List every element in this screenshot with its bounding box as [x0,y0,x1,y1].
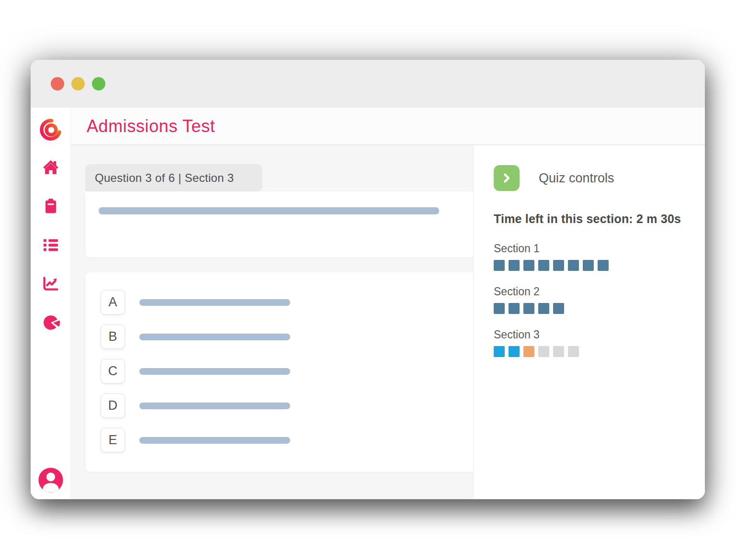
question-progress-tab: Question 3 of 6 | Section 3 [85,164,262,191]
app-window: Admissions Test Question 3 of 6 | Sectio… [31,60,705,499]
question-square[interactable] [538,260,549,271]
section-label: Section 2 [494,285,691,298]
sidebar-nav [41,158,61,352]
options-list: ABCDE [101,290,484,452]
line-chart-icon [41,274,60,293]
question-card: Question 3 of 6 | Section 3 [85,164,484,258]
question-square[interactable] [598,260,609,271]
quiz-controls-panel: Quiz controls Time left in this section:… [473,145,705,499]
question-square[interactable] [538,303,549,314]
list-icon [41,235,60,255]
app-header: Admissions Test [71,108,705,145]
user-avatar-icon[interactable] [37,467,64,493]
sidebar-item-home[interactable] [41,158,61,177]
question-square[interactable] [494,346,505,357]
section-progress-block: Section 3 [494,328,691,357]
answer-text-placeholder [139,299,290,306]
app-body: Admissions Test Question 3 of 6 | Sectio… [31,108,705,499]
question-square[interactable] [494,260,505,271]
question-square[interactable] [583,260,594,271]
sidebar-item-pie-chart[interactable] [41,313,61,332]
page-title: Admissions Test [87,116,215,136]
question-text-placeholder [99,207,439,214]
answer-letter-box[interactable]: D [101,393,125,418]
sidebar-item-line-chart[interactable] [41,274,61,293]
answer-text-placeholder [139,437,290,444]
logo-icon[interactable] [39,116,62,144]
question-square[interactable] [523,303,534,314]
question-square[interactable] [553,260,564,271]
question-square[interactable] [494,303,505,314]
question-square[interactable] [523,346,534,357]
question-square[interactable] [509,260,520,271]
sidebar [31,108,71,499]
quiz-controls-header: Quiz controls [494,165,691,191]
answer-option-D[interactable]: D [101,393,484,418]
section-label: Section 1 [494,242,691,255]
answer-letter-box[interactable]: A [101,290,125,314]
zoom-button[interactable] [92,77,105,90]
question-squares [494,303,691,314]
sidebar-item-clipboard[interactable] [41,197,61,216]
answers-card: ABCDE [85,272,484,472]
close-button[interactable] [51,77,64,90]
question-square[interactable] [538,346,549,357]
answer-text-placeholder [139,334,290,340]
answer-option-B[interactable]: B [101,325,484,349]
question-square[interactable] [509,303,520,314]
traffic-lights [51,77,105,90]
question-squares [494,346,691,357]
answer-option-C[interactable]: C [101,359,484,383]
chevron-right-icon[interactable] [494,165,520,191]
home-icon [41,158,60,177]
clipboard-icon [41,197,60,216]
sidebar-item-list[interactable] [41,235,61,255]
minimize-button[interactable] [71,77,85,90]
section-label: Section 3 [494,328,691,341]
time-left-label: Time left in this section: 2 m 30s [494,212,691,226]
answer-letter-box[interactable]: E [101,428,125,452]
question-square[interactable] [523,260,534,271]
content-area: Question 3 of 6 | Section 3 ABCDE [71,145,705,499]
section-progress-block: Section 1 [494,242,691,271]
question-body [85,191,484,258]
answer-text-placeholder [139,368,290,375]
question-square[interactable] [553,346,564,357]
answer-letter-box[interactable]: C [101,359,125,383]
question-square[interactable] [568,260,579,271]
section-progress-block: Section 2 [494,285,691,314]
answer-option-A[interactable]: A [101,290,484,314]
question-square[interactable] [509,346,520,357]
window-titlebar [31,60,705,108]
quiz-controls-title: Quiz controls [539,171,614,186]
question-square[interactable] [568,346,579,357]
question-square[interactable] [553,303,564,314]
answer-option-E[interactable]: E [101,428,484,452]
main-column: Admissions Test Question 3 of 6 | Sectio… [71,108,705,499]
answer-text-placeholder [139,403,290,409]
question-squares [494,260,691,271]
pie-chart-icon [41,313,60,332]
sections-progress: Section 1Section 2Section 3 [494,242,691,357]
answer-letter-box[interactable]: B [101,325,125,349]
